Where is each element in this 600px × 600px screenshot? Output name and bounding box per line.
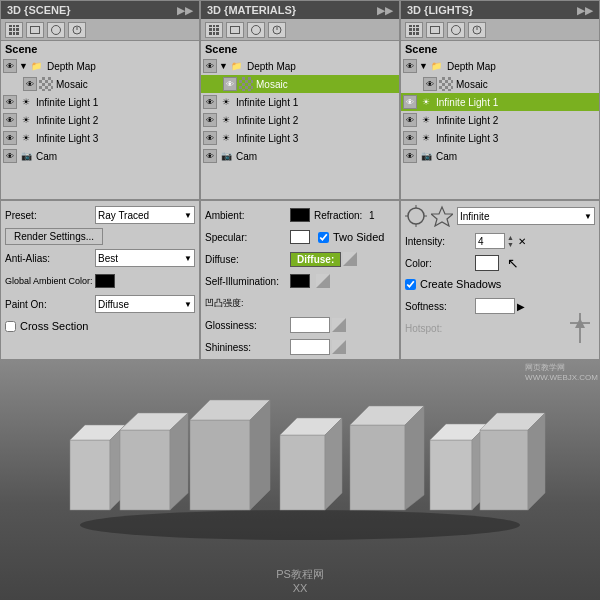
preset-dropdown[interactable]: Ray Traced ▼ — [95, 206, 195, 224]
mat-tree-cam[interactable]: 👁 📷 Cam — [201, 147, 399, 165]
lights-eye-4[interactable]: 👁 — [403, 113, 417, 127]
light-color-swatch[interactable] — [475, 255, 499, 271]
intensity-row: Intensity: 4 ▲ ▼ ✕ — [405, 231, 595, 251]
softness-input[interactable]: 0% — [475, 298, 515, 314]
mat-tree-light1[interactable]: 👁 ☀ Infinite Light 1 — [201, 93, 399, 111]
materials-collapse-arrows[interactable]: ▶▶ — [377, 5, 393, 16]
cross-section-checkbox[interactable] — [5, 321, 16, 332]
softness-expand[interactable]: ▶ — [517, 301, 525, 312]
glossiness-input[interactable]: 0% — [290, 317, 330, 333]
lights-collapse-arrows[interactable]: ▶▶ — [577, 5, 593, 16]
eye-icon-6[interactable]: 👁 — [3, 149, 17, 163]
svg-rect-44 — [480, 430, 528, 510]
tree-item-depthmap-1[interactable]: 👁 ▼ 📁 Depth Map — [1, 57, 199, 75]
tree-item-cam-1[interactable]: 👁 📷 Cam — [1, 147, 199, 165]
mat-eye-3[interactable]: 👁 — [203, 95, 217, 109]
lights-eye-1[interactable]: 👁 — [403, 59, 417, 73]
mat-tree-light2[interactable]: 👁 ☀ Infinite Light 2 — [201, 111, 399, 129]
lights-folder-icon: 📁 — [430, 59, 444, 73]
lights-tree-light3[interactable]: 👁 ☀ Infinite Light 3 — [401, 129, 599, 147]
folder-icon-1: 📁 — [30, 59, 44, 73]
eye-icon-5[interactable]: 👁 — [3, 131, 17, 145]
tree-item-mosaic-1[interactable]: 👁 Mosaic — [1, 75, 199, 93]
render-settings-button[interactable]: Render Settings... — [5, 228, 103, 245]
toolbar-btn-3[interactable] — [47, 22, 65, 38]
eye-icon-3[interactable]: 👁 — [3, 95, 17, 109]
mat-eye-2[interactable]: 👁 — [223, 77, 237, 91]
shininess-row: Shininess: 100% — [205, 337, 395, 357]
two-sided-checkbox[interactable] — [318, 232, 329, 243]
mat-tree-light3[interactable]: 👁 ☀ Infinite Light 3 — [201, 129, 399, 147]
create-shadows-checkbox[interactable] — [405, 279, 416, 290]
watermark-text: 网页教学网 WWW.WEBJX.COM — [525, 362, 598, 382]
lights-tree-light1[interactable]: 👁 ☀ Infinite Light 1 — [401, 93, 599, 111]
light-type-icon-1[interactable] — [405, 205, 427, 227]
toolbar-btn-2[interactable] — [26, 22, 44, 38]
mat-eye-4[interactable]: 👁 — [203, 113, 217, 127]
scene-settings-panel: Preset: Ray Traced ▼ Render Settings... … — [0, 200, 200, 360]
lights-toolbar-btn-2[interactable] — [426, 22, 444, 38]
lights-eye-2[interactable]: 👁 — [423, 77, 437, 91]
glossiness-label: Glossiness: — [205, 320, 290, 331]
lights-eye-3[interactable]: 👁 — [403, 95, 417, 109]
anti-alias-label: Anti-Alias: — [5, 253, 95, 264]
toolbar-btn-4[interactable] — [68, 22, 86, 38]
mat-toolbar-btn-1[interactable] — [205, 22, 223, 38]
mat-light-icon-3: ☀ — [219, 131, 233, 145]
lights-eye-5[interactable]: 👁 — [403, 131, 417, 145]
intensity-up-arrow[interactable]: ▲ — [507, 234, 514, 241]
mat-toolbar-btn-4[interactable] — [268, 22, 286, 38]
mat-tree-mosaic[interactable]: 👁 Mosaic — [201, 75, 399, 93]
lights-toolbar-btn-4[interactable] — [468, 22, 486, 38]
refraction-label: Refraction: — [314, 210, 369, 221]
intensity-down-arrow[interactable]: ▼ — [507, 241, 514, 248]
mat-tree-depthmap[interactable]: 👁 ▼ 📁 Depth Map — [201, 57, 399, 75]
global-ambient-swatch[interactable] — [95, 274, 115, 288]
light-type-dropdown[interactable]: Infinite ▼ — [457, 207, 595, 225]
tree-item-light2-1[interactable]: 👁 ☀ Infinite Light 2 — [1, 111, 199, 129]
preview-area: 网页教学网 WWW.WEBJX.COM — [0, 360, 600, 600]
svg-point-16 — [408, 208, 424, 224]
mat-eye-5[interactable]: 👁 — [203, 131, 217, 145]
specular-swatch[interactable] — [290, 230, 310, 244]
eye-icon-4[interactable]: 👁 — [3, 113, 17, 127]
mat-eye-1[interactable]: 👁 — [203, 59, 217, 73]
mat-eye-6[interactable]: 👁 — [203, 149, 217, 163]
tree-item-light3-1[interactable]: 👁 ☀ Infinite Light 3 — [1, 129, 199, 147]
light-type-icon-2[interactable] — [431, 205, 453, 227]
lights-eye-6[interactable]: 👁 — [403, 149, 417, 163]
preset-value: Ray Traced — [98, 210, 149, 221]
anti-alias-row: Anti-Alias: Best ▼ — [5, 248, 195, 268]
tree-item-light1-1[interactable]: 👁 ☀ Infinite Light 1 — [1, 93, 199, 111]
color-label: Color: — [405, 258, 475, 269]
ambient-swatch[interactable] — [290, 208, 310, 222]
svg-rect-32 — [190, 420, 250, 510]
lights-tree-light2[interactable]: 👁 ☀ Infinite Light 2 — [401, 111, 599, 129]
mat-toolbar-btn-3[interactable] — [247, 22, 265, 38]
lights-toolbar-btn-1[interactable] — [405, 22, 423, 38]
cursor-icon[interactable]: ↖ — [507, 255, 519, 271]
intensity-arrows[interactable]: ▲ ▼ — [507, 234, 514, 248]
lights-tree-mosaic[interactable]: 👁 Mosaic — [401, 75, 599, 93]
eye-icon-2[interactable]: 👁 — [23, 77, 37, 91]
specular-row: Specular: Two Sided — [205, 227, 395, 247]
glossiness-row: Glossiness: 0% — [205, 315, 395, 335]
mat-toolbar-btn-2[interactable] — [226, 22, 244, 38]
eye-icon-1[interactable]: 👁 — [3, 59, 17, 73]
anti-alias-dropdown[interactable]: Best ▼ — [95, 249, 195, 267]
intensity-input[interactable]: 4 — [475, 233, 505, 249]
camera-icon-1: 📷 — [19, 149, 33, 163]
self-illum-swatch[interactable] — [290, 274, 310, 288]
paint-on-value: Diffuse — [98, 299, 129, 310]
intensity-reset[interactable]: ✕ — [518, 236, 526, 247]
toolbar-btn-1[interactable] — [5, 22, 23, 38]
materials-toolbar — [201, 19, 399, 41]
lights-tree-depthmap[interactable]: 👁 ▼ 📁 Depth Map — [401, 57, 599, 75]
scene-panel-header: 3D {SCENE} ▶▶ — [1, 1, 199, 19]
paint-on-dropdown[interactable]: Diffuse ▼ — [95, 295, 195, 313]
panel-collapse-arrows[interactable]: ▶▶ — [177, 5, 193, 16]
diffuse-button[interactable]: Diffuse: — [290, 252, 341, 267]
lights-tree-cam[interactable]: 👁 📷 Cam — [401, 147, 599, 165]
shininess-input[interactable]: 100% — [290, 339, 330, 355]
lights-toolbar-btn-3[interactable] — [447, 22, 465, 38]
